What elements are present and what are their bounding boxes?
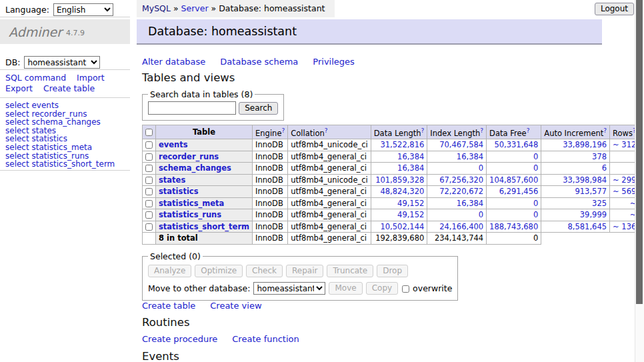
tables-table-head: TableEngine?Collation?Data Length?Index … <box>143 125 644 139</box>
cell-engine: InnoDB <box>253 186 288 198</box>
header-check-cell <box>143 125 156 139</box>
sidebar-table-link[interactable]: select statistics_meta <box>5 143 115 152</box>
table-link[interactable]: statistics_runs <box>159 210 221 219</box>
select-all-checkbox[interactable] <box>145 129 153 136</box>
table-link[interactable]: states <box>159 175 185 185</box>
routine-link[interactable]: Create function <box>232 334 299 344</box>
move-label: Move to other database: <box>148 283 250 293</box>
cell-auto_increment: 33,398,984 <box>541 174 610 186</box>
breadcrumb-driver-link[interactable]: MySQL <box>142 3 171 13</box>
cell-data_free: 188,743,680 <box>487 221 541 233</box>
help-link[interactable]: ? <box>421 127 425 134</box>
help-link[interactable]: ? <box>325 127 328 134</box>
cell-data_free: 0 <box>487 197 541 209</box>
help-link[interactable]: ? <box>527 127 530 134</box>
table-link[interactable]: schema_changes <box>159 163 231 173</box>
table-link[interactable]: events <box>159 140 188 149</box>
repair-button[interactable]: Repair <box>286 265 323 277</box>
row-checkbox[interactable] <box>145 141 153 149</box>
row-check-cell <box>143 197 156 209</box>
total-collation: utf8mb4_general_ci <box>288 233 371 245</box>
routine-link[interactable]: Create procedure <box>142 334 217 344</box>
cell-engine: InnoDB <box>253 221 288 233</box>
cell-name: statistics <box>156 186 253 198</box>
sidebar-table-link[interactable]: select events <box>5 101 115 110</box>
row-checkbox[interactable] <box>145 223 153 231</box>
sidebar-action-link[interactable]: Import <box>77 73 105 83</box>
cell-collation: utf8mb4_general_ci <box>288 151 371 163</box>
move-button[interactable]: Move <box>329 282 362 295</box>
total-index_length: 234,143,744 <box>427 233 487 245</box>
overwrite-checkbox[interactable] <box>402 285 409 293</box>
language-select[interactable]: English <box>53 3 113 16</box>
cell-auto_increment: 325 <box>541 197 610 209</box>
sidebar-action-link[interactable]: SQL command <box>5 73 66 83</box>
vertical-scrollbar-thumb[interactable] <box>636 0 643 304</box>
sidebar-divider <box>0 17 130 17</box>
sidebar-action-link[interactable]: Export <box>5 83 33 93</box>
header-row: TableEngine?Collation?Data Length?Index … <box>143 125 644 139</box>
row-check-cell <box>143 186 156 198</box>
row-checkbox[interactable] <box>145 177 153 184</box>
create-link[interactable]: Create table <box>142 301 195 311</box>
breadcrumb-separator: » <box>173 3 179 13</box>
sidebar-divider <box>0 97 130 98</box>
table-link[interactable]: statistics <box>159 187 199 196</box>
vertical-scrollbar-track[interactable] <box>635 0 644 362</box>
create-link[interactable]: Create view <box>210 301 261 311</box>
sidebar-table-link[interactable]: select schema_changes <box>5 118 115 127</box>
row-checkbox[interactable] <box>145 165 153 172</box>
truncate-button[interactable]: Truncate <box>327 265 373 277</box>
cell-data_free: 0 <box>487 209 541 221</box>
sidebar-actions: SQL commandImportExportCreate table <box>5 73 123 93</box>
cell-index_length: 70,467,584 <box>427 139 487 151</box>
create-links: Create tableCreate view <box>142 301 262 311</box>
table-row: schema_changesInnoDButf8mb4_general_ci16… <box>143 163 644 175</box>
table-row: statistics_short_termInnoDButf8mb4_gener… <box>143 221 644 233</box>
row-checkbox[interactable] <box>145 188 153 195</box>
table-link[interactable]: statistics_short_term <box>159 222 249 231</box>
search-input[interactable] <box>148 101 236 115</box>
table-row: statesInnoDButf8mb4_unicode_ci101,859,32… <box>143 174 644 186</box>
help-link[interactable]: ? <box>480 127 483 134</box>
cell-engine: InnoDB <box>253 139 288 151</box>
move-db-select[interactable]: homeassistant <box>253 282 325 295</box>
cell-collation: utf8mb4_unicode_ci <box>288 174 371 186</box>
help-link[interactable]: ? <box>281 127 285 134</box>
cell-auto_increment: 39,999 <box>541 209 610 221</box>
row-checkbox[interactable] <box>145 211 153 219</box>
cell-data_length: 10,502,144 <box>371 221 427 233</box>
cell-data_free: 6,291,456 <box>487 186 541 198</box>
row-checkbox[interactable] <box>145 153 153 161</box>
cell-index_length: 72,220,672 <box>427 186 487 198</box>
cell-collation: utf8mb4_general_ci <box>288 197 371 209</box>
help-link[interactable]: ? <box>603 127 607 134</box>
db-select[interactable]: homeassistant <box>24 56 100 69</box>
total-data_length: 192,839,680 <box>371 233 427 245</box>
column-header-index_length: Index Length? <box>427 125 487 139</box>
breadcrumb-server-link[interactable]: Server <box>181 3 209 13</box>
app-version[interactable]: 4.7.9 <box>66 29 85 37</box>
drop-button[interactable]: Drop <box>377 265 408 277</box>
sidebar-action-link[interactable]: Create table <box>43 83 95 93</box>
row-checkbox[interactable] <box>145 200 153 207</box>
logout-button[interactable]: Logout <box>595 3 634 15</box>
breadcrumb: MySQL » Server » Database: homeassistant <box>137 0 335 17</box>
sidebar-table-link[interactable]: select statistics_short_term <box>5 160 115 169</box>
table-link[interactable]: statistics_meta <box>159 199 224 208</box>
database-link[interactable]: Privileges <box>313 57 355 67</box>
table-link[interactable]: recorder_runs <box>159 152 219 161</box>
cell-name: states <box>156 174 253 186</box>
cell-auto_increment: 8,581,645 <box>541 221 610 233</box>
search-button[interactable]: Search <box>239 102 278 115</box>
db-label: DB: <box>5 57 20 67</box>
optimize-button[interactable]: Optimize <box>195 265 243 277</box>
database-link[interactable]: Database schema <box>220 57 298 67</box>
sidebar-table-list: select eventsselect recorder_runsselect … <box>5 101 115 169</box>
check-button[interactable]: Check <box>246 265 283 277</box>
database-link[interactable]: Alter database <box>142 57 205 67</box>
cell-collation: utf8mb4_general_ci <box>288 186 371 198</box>
analyze-button[interactable]: Analyze <box>148 265 191 277</box>
copy-button[interactable]: Copy <box>366 282 398 295</box>
language-label: Language: <box>5 5 49 15</box>
